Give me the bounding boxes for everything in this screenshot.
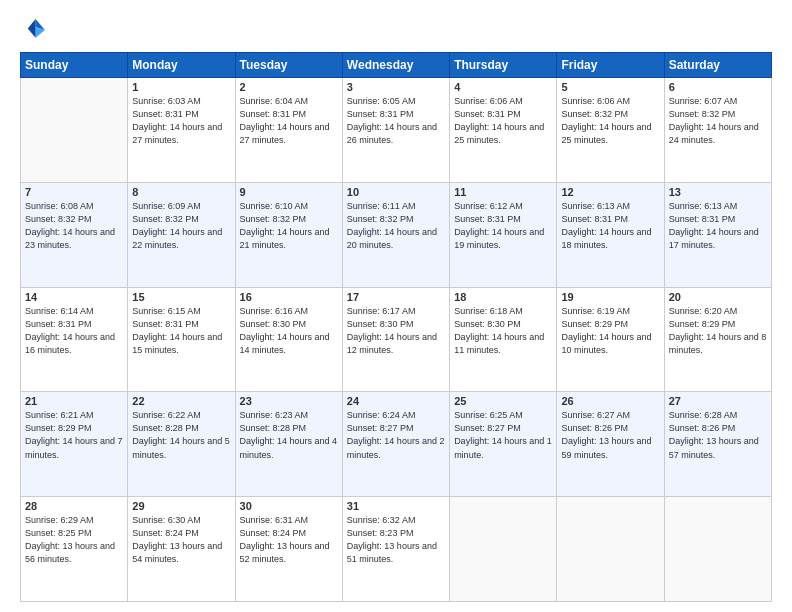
day-info: Sunrise: 6:06 AMSunset: 8:32 PMDaylight:… bbox=[561, 95, 659, 147]
day-info: Sunrise: 6:07 AMSunset: 8:32 PMDaylight:… bbox=[669, 95, 767, 147]
calendar-cell: 8Sunrise: 6:09 AMSunset: 8:32 PMDaylight… bbox=[128, 182, 235, 287]
day-info: Sunrise: 6:19 AMSunset: 8:29 PMDaylight:… bbox=[561, 305, 659, 357]
calendar-cell: 10Sunrise: 6:11 AMSunset: 8:32 PMDayligh… bbox=[342, 182, 449, 287]
logo-icon bbox=[20, 16, 48, 44]
day-info: Sunrise: 6:05 AMSunset: 8:31 PMDaylight:… bbox=[347, 95, 445, 147]
day-info: Sunrise: 6:04 AMSunset: 8:31 PMDaylight:… bbox=[240, 95, 338, 147]
day-number: 14 bbox=[25, 291, 123, 303]
calendar-cell: 12Sunrise: 6:13 AMSunset: 8:31 PMDayligh… bbox=[557, 182, 664, 287]
day-number: 31 bbox=[347, 500, 445, 512]
calendar-cell: 5Sunrise: 6:06 AMSunset: 8:32 PMDaylight… bbox=[557, 78, 664, 183]
day-number: 4 bbox=[454, 81, 552, 93]
day-info: Sunrise: 6:17 AMSunset: 8:30 PMDaylight:… bbox=[347, 305, 445, 357]
calendar-cell: 27Sunrise: 6:28 AMSunset: 8:26 PMDayligh… bbox=[664, 392, 771, 497]
day-number: 8 bbox=[132, 186, 230, 198]
day-info: Sunrise: 6:08 AMSunset: 8:32 PMDaylight:… bbox=[25, 200, 123, 252]
day-number: 10 bbox=[347, 186, 445, 198]
day-info: Sunrise: 6:29 AMSunset: 8:25 PMDaylight:… bbox=[25, 514, 123, 566]
day-info: Sunrise: 6:06 AMSunset: 8:31 PMDaylight:… bbox=[454, 95, 552, 147]
day-number: 26 bbox=[561, 395, 659, 407]
calendar-cell: 14Sunrise: 6:14 AMSunset: 8:31 PMDayligh… bbox=[21, 287, 128, 392]
calendar-cell: 21Sunrise: 6:21 AMSunset: 8:29 PMDayligh… bbox=[21, 392, 128, 497]
day-number: 29 bbox=[132, 500, 230, 512]
calendar-cell: 18Sunrise: 6:18 AMSunset: 8:30 PMDayligh… bbox=[450, 287, 557, 392]
weekday-tuesday: Tuesday bbox=[235, 53, 342, 78]
calendar-cell: 17Sunrise: 6:17 AMSunset: 8:30 PMDayligh… bbox=[342, 287, 449, 392]
day-number: 16 bbox=[240, 291, 338, 303]
day-info: Sunrise: 6:11 AMSunset: 8:32 PMDaylight:… bbox=[347, 200, 445, 252]
calendar-cell: 28Sunrise: 6:29 AMSunset: 8:25 PMDayligh… bbox=[21, 497, 128, 602]
calendar-cell: 20Sunrise: 6:20 AMSunset: 8:29 PMDayligh… bbox=[664, 287, 771, 392]
calendar-cell: 13Sunrise: 6:13 AMSunset: 8:31 PMDayligh… bbox=[664, 182, 771, 287]
weekday-monday: Monday bbox=[128, 53, 235, 78]
calendar-cell bbox=[450, 497, 557, 602]
weekday-thursday: Thursday bbox=[450, 53, 557, 78]
day-number: 19 bbox=[561, 291, 659, 303]
weekday-header-row: SundayMondayTuesdayWednesdayThursdayFrid… bbox=[21, 53, 772, 78]
day-number: 21 bbox=[25, 395, 123, 407]
logo bbox=[20, 16, 52, 44]
day-number: 9 bbox=[240, 186, 338, 198]
calendar-cell: 24Sunrise: 6:24 AMSunset: 8:27 PMDayligh… bbox=[342, 392, 449, 497]
weekday-sunday: Sunday bbox=[21, 53, 128, 78]
calendar-cell: 7Sunrise: 6:08 AMSunset: 8:32 PMDaylight… bbox=[21, 182, 128, 287]
calendar-cell: 1Sunrise: 6:03 AMSunset: 8:31 PMDaylight… bbox=[128, 78, 235, 183]
calendar-cell: 15Sunrise: 6:15 AMSunset: 8:31 PMDayligh… bbox=[128, 287, 235, 392]
calendar-cell: 26Sunrise: 6:27 AMSunset: 8:26 PMDayligh… bbox=[557, 392, 664, 497]
calendar-cell: 16Sunrise: 6:16 AMSunset: 8:30 PMDayligh… bbox=[235, 287, 342, 392]
calendar-cell: 25Sunrise: 6:25 AMSunset: 8:27 PMDayligh… bbox=[450, 392, 557, 497]
day-number: 3 bbox=[347, 81, 445, 93]
day-info: Sunrise: 6:15 AMSunset: 8:31 PMDaylight:… bbox=[132, 305, 230, 357]
day-info: Sunrise: 6:14 AMSunset: 8:31 PMDaylight:… bbox=[25, 305, 123, 357]
day-info: Sunrise: 6:13 AMSunset: 8:31 PMDaylight:… bbox=[561, 200, 659, 252]
day-number: 15 bbox=[132, 291, 230, 303]
day-info: Sunrise: 6:23 AMSunset: 8:28 PMDaylight:… bbox=[240, 409, 338, 461]
calendar-cell bbox=[21, 78, 128, 183]
day-number: 25 bbox=[454, 395, 552, 407]
day-info: Sunrise: 6:20 AMSunset: 8:29 PMDaylight:… bbox=[669, 305, 767, 357]
day-number: 18 bbox=[454, 291, 552, 303]
day-number: 20 bbox=[669, 291, 767, 303]
day-info: Sunrise: 6:21 AMSunset: 8:29 PMDaylight:… bbox=[25, 409, 123, 461]
day-number: 22 bbox=[132, 395, 230, 407]
day-info: Sunrise: 6:27 AMSunset: 8:26 PMDaylight:… bbox=[561, 409, 659, 461]
day-info: Sunrise: 6:30 AMSunset: 8:24 PMDaylight:… bbox=[132, 514, 230, 566]
day-number: 13 bbox=[669, 186, 767, 198]
day-info: Sunrise: 6:25 AMSunset: 8:27 PMDaylight:… bbox=[454, 409, 552, 461]
day-number: 7 bbox=[25, 186, 123, 198]
calendar-cell: 19Sunrise: 6:19 AMSunset: 8:29 PMDayligh… bbox=[557, 287, 664, 392]
day-number: 24 bbox=[347, 395, 445, 407]
day-number: 12 bbox=[561, 186, 659, 198]
day-number: 2 bbox=[240, 81, 338, 93]
week-row-1: 1Sunrise: 6:03 AMSunset: 8:31 PMDaylight… bbox=[21, 78, 772, 183]
week-row-3: 14Sunrise: 6:14 AMSunset: 8:31 PMDayligh… bbox=[21, 287, 772, 392]
calendar-table: SundayMondayTuesdayWednesdayThursdayFrid… bbox=[20, 52, 772, 602]
day-info: Sunrise: 6:18 AMSunset: 8:30 PMDaylight:… bbox=[454, 305, 552, 357]
day-number: 1 bbox=[132, 81, 230, 93]
day-number: 11 bbox=[454, 186, 552, 198]
day-info: Sunrise: 6:32 AMSunset: 8:23 PMDaylight:… bbox=[347, 514, 445, 566]
day-number: 30 bbox=[240, 500, 338, 512]
calendar-cell: 30Sunrise: 6:31 AMSunset: 8:24 PMDayligh… bbox=[235, 497, 342, 602]
week-row-2: 7Sunrise: 6:08 AMSunset: 8:32 PMDaylight… bbox=[21, 182, 772, 287]
week-row-5: 28Sunrise: 6:29 AMSunset: 8:25 PMDayligh… bbox=[21, 497, 772, 602]
header bbox=[20, 16, 772, 44]
day-number: 23 bbox=[240, 395, 338, 407]
weekday-saturday: Saturday bbox=[664, 53, 771, 78]
svg-marker-2 bbox=[28, 19, 36, 38]
day-number: 5 bbox=[561, 81, 659, 93]
day-info: Sunrise: 6:10 AMSunset: 8:32 PMDaylight:… bbox=[240, 200, 338, 252]
calendar-cell: 9Sunrise: 6:10 AMSunset: 8:32 PMDaylight… bbox=[235, 182, 342, 287]
calendar-cell: 3Sunrise: 6:05 AMSunset: 8:31 PMDaylight… bbox=[342, 78, 449, 183]
day-number: 27 bbox=[669, 395, 767, 407]
calendar-cell bbox=[557, 497, 664, 602]
day-info: Sunrise: 6:24 AMSunset: 8:27 PMDaylight:… bbox=[347, 409, 445, 461]
calendar-cell: 23Sunrise: 6:23 AMSunset: 8:28 PMDayligh… bbox=[235, 392, 342, 497]
calendar-cell: 4Sunrise: 6:06 AMSunset: 8:31 PMDaylight… bbox=[450, 78, 557, 183]
calendar-cell: 6Sunrise: 6:07 AMSunset: 8:32 PMDaylight… bbox=[664, 78, 771, 183]
calendar-cell: 31Sunrise: 6:32 AMSunset: 8:23 PMDayligh… bbox=[342, 497, 449, 602]
day-info: Sunrise: 6:03 AMSunset: 8:31 PMDaylight:… bbox=[132, 95, 230, 147]
day-info: Sunrise: 6:12 AMSunset: 8:31 PMDaylight:… bbox=[454, 200, 552, 252]
weekday-wednesday: Wednesday bbox=[342, 53, 449, 78]
weekday-friday: Friday bbox=[557, 53, 664, 78]
